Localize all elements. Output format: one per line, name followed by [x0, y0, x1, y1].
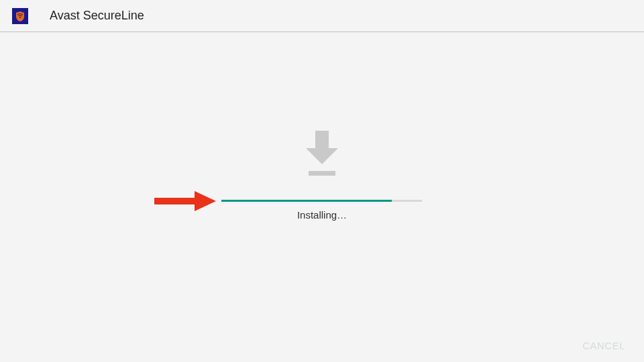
progress-fill [221, 200, 392, 202]
app-title: Avast SecureLine [50, 9, 144, 23]
annotation-arrow-icon [154, 191, 216, 211]
title-bar: Avast SecureLine [0, 0, 644, 32]
svg-rect-1 [309, 171, 335, 176]
download-icon [303, 131, 341, 179]
install-status-text: Installing… [297, 209, 347, 221]
install-screen: Installing… CANCEL [0, 32, 644, 362]
progress-bar [221, 200, 422, 202]
app-icon [12, 8, 28, 24]
cancel-button[interactable]: CANCEL [582, 340, 625, 351]
svg-point-0 [19, 17, 21, 18]
svg-rect-2 [154, 198, 196, 204]
